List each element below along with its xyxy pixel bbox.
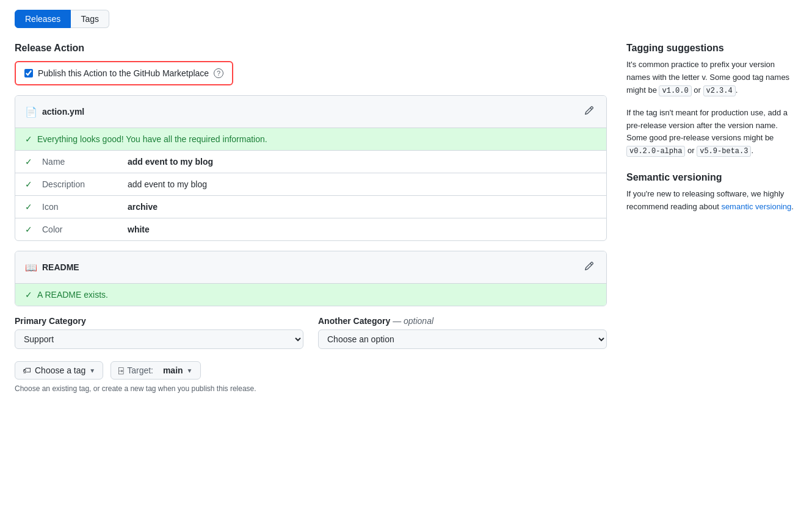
description-check-icon: ✓ [25, 179, 32, 189]
name-check-icon: ✓ [25, 157, 32, 167]
info-row-icon: ✓ Icon archive [15, 196, 606, 218]
target-prefix: Target: [127, 365, 153, 375]
info-row-description: ✓ Description add event to my blog [15, 173, 606, 196]
color-value: white [128, 225, 150, 234]
semantic-versioning-text: If you're new to releasing software, we … [626, 188, 797, 214]
publish-label: Publish this Action to the GitHub Market… [38, 68, 209, 78]
semantic-versioning-title: Semantic versioning [626, 172, 797, 183]
success-check-icon: ✓ [25, 134, 32, 144]
optional-label: — optional [393, 316, 433, 326]
readme-success-row: ✓ A README exists. [15, 284, 606, 306]
target-dropdown-arrow: ▼ [187, 367, 193, 374]
primary-category-select[interactable]: Support Code Quality Testing Deployment … [15, 329, 303, 349]
name-label: Name [42, 157, 128, 167]
tagging-suggestions-title: Tagging suggestions [626, 43, 797, 54]
sidebar: Tagging suggestions It's common practice… [626, 43, 797, 393]
tagging-suggestions-text: It's common practice to prefix your vers… [626, 59, 797, 97]
file-code-icon: 📄 [25, 106, 37, 118]
action-yml-card-header: 📄 action.yml [15, 96, 606, 128]
publish-checkbox-area: Publish this Action to the GitHub Market… [15, 61, 233, 85]
readme-success-message: A README exists. [37, 290, 108, 300]
help-icon[interactable]: ? [214, 68, 223, 78]
target-branch: main [163, 365, 183, 375]
choose-tag-button[interactable]: 🏷 Choose a tag ▼ [15, 361, 103, 380]
categories-section: Primary Category Support Code Quality Te… [15, 316, 607, 349]
color-check-icon: ✓ [25, 225, 32, 234]
name-value: add event to my blog [128, 157, 213, 167]
tagging-code-4: v5.9-beta.3 [697, 146, 751, 157]
description-value: add event to my blog [128, 179, 207, 189]
secondary-category-label: Another Category — optional [318, 316, 607, 326]
tagging-suggestions-text-2: If the tag isn't meant for production us… [626, 107, 797, 158]
publish-checkbox[interactable] [24, 69, 33, 77]
target-button[interactable]: ⍈ Target: main ▼ [111, 361, 200, 380]
action-yml-card: 📄 action.yml ✓ Everything looks good! Yo… [15, 95, 607, 241]
action-yml-success-message: Everything looks good! You have all the … [37, 134, 267, 144]
readme-card-header: 📖 README [15, 251, 606, 284]
choose-tag-label: Choose a tag [35, 365, 85, 375]
readme-check-icon: ✓ [25, 290, 32, 300]
info-row-name: ✓ Name add event to my blog [15, 151, 606, 173]
readme-header-left: 📖 README [25, 262, 79, 273]
tagging-code-2: v2.3.4 [703, 85, 736, 96]
main-layout: Release Action Publish this Action to th… [15, 43, 797, 393]
tabs-row: Releases Tags [15, 10, 797, 28]
tag-target-row: 🏷 Choose a tag ▼ ⍈ Target: main ▼ [15, 361, 607, 380]
action-yml-title: action.yml [42, 107, 84, 117]
action-yml-edit-button[interactable] [582, 103, 596, 120]
tag-icon: 🏷 [23, 365, 31, 375]
semantic-versioning-section: Semantic versioning If you're new to rel… [626, 172, 797, 214]
tag-dropdown-arrow: ▼ [89, 367, 95, 374]
readme-title: README [42, 262, 79, 272]
tab-releases[interactable]: Releases [15, 10, 71, 28]
primary-category-label: Primary Category [15, 316, 303, 326]
tagging-suggestions-section: Tagging suggestions It's common practice… [626, 43, 797, 157]
secondary-category-group: Another Category — optional Choose an op… [318, 316, 607, 349]
icon-value: archive [128, 202, 158, 212]
description-label: Description [42, 179, 128, 189]
primary-category-group: Primary Category Support Code Quality Te… [15, 316, 303, 349]
main-content: Release Action Publish this Action to th… [15, 43, 607, 393]
action-yml-success-row: ✓ Everything looks good! You have all th… [15, 128, 606, 151]
tagging-code-3: v0.2.0-alpha [626, 146, 685, 157]
info-row-color: ✓ Color white [15, 218, 606, 240]
readme-card: 📖 README ✓ A README exists. [15, 251, 607, 306]
book-icon: 📖 [25, 262, 37, 273]
icon-check-icon: ✓ [25, 202, 32, 212]
secondary-category-select[interactable]: Choose an option Code Quality Testing De… [318, 329, 607, 349]
tagging-code-1: v1.0.0 [659, 85, 691, 96]
action-yml-header-left: 📄 action.yml [25, 106, 84, 118]
color-label: Color [42, 225, 128, 234]
branch-icon: ⍈ [118, 365, 123, 375]
release-action-heading: Release Action [15, 43, 607, 54]
readme-edit-button[interactable] [582, 259, 596, 276]
tag-hint-text: Choose an existing tag, or create a new … [15, 384, 607, 393]
icon-label: Icon [42, 202, 128, 212]
tab-tags[interactable]: Tags [71, 10, 109, 28]
semantic-versioning-link[interactable]: semantic versioning [721, 202, 791, 211]
